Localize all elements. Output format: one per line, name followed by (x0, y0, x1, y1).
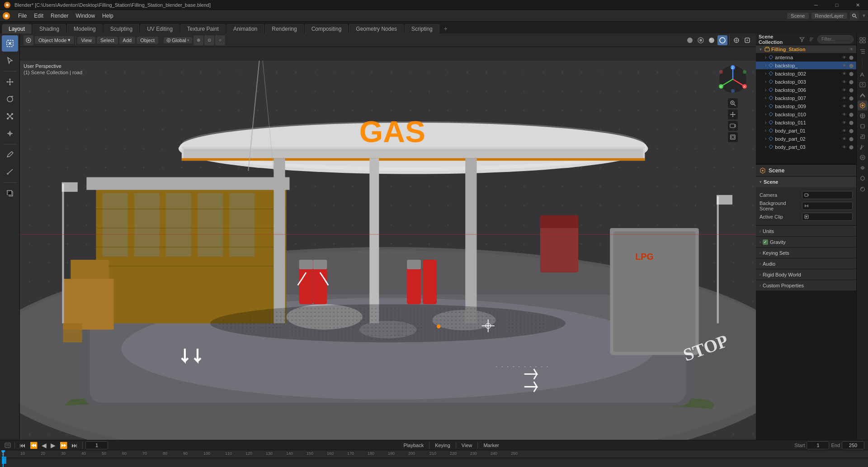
gizmo-toggle[interactable] (742, 35, 752, 45)
scale-tool[interactable] (2, 108, 18, 124)
snap-button[interactable]: ⊕ (193, 35, 203, 45)
object-props-icon[interactable] (858, 121, 868, 131)
navigation-gizmo[interactable]: Z X Y (717, 63, 749, 95)
output-props-icon[interactable] (858, 80, 868, 90)
tab-compositing[interactable]: Compositing (305, 24, 349, 33)
tab-layout[interactable]: Layout (2, 24, 32, 33)
outliner-item-backstop-009[interactable]: › backstop_009 👁 ⬤ (756, 102, 856, 110)
outliner-item-body-part-03[interactable]: › body_part_03 👁 ⬤ (756, 143, 856, 151)
blender-logo-menu[interactable] (2, 11, 11, 20)
visibility-toggle[interactable]: 👁 (848, 46, 854, 52)
active-clip-field[interactable] (802, 213, 853, 221)
item-visibility-12[interactable]: 👁 (841, 144, 847, 150)
outliner-item-backstop-007[interactable]: › backstop_007 👁 ⬤ (756, 94, 856, 102)
background-scene-field[interactable] (802, 202, 853, 210)
gravity-section[interactable]: › ✓ Gravity (756, 237, 856, 248)
play-forward[interactable]: ▶ (49, 442, 57, 449)
annotate-tool[interactable] (2, 147, 18, 163)
data-props-icon[interactable] (858, 173, 868, 183)
item-visibility-2[interactable]: 👁 (841, 62, 847, 69)
keying-sets-section[interactable]: › Keying Sets (756, 248, 856, 258)
move-tool[interactable] (2, 74, 18, 90)
outliner-item-antenna[interactable]: › antenna 👁 ⬤ (756, 53, 856, 62)
outliner-item-collection[interactable]: ▾ Filling_Station 👁 (756, 45, 856, 53)
close-button[interactable]: ✕ (847, 0, 868, 10)
menu-edit[interactable]: Edit (30, 12, 47, 20)
gravity-checkbox[interactable]: ✓ (763, 239, 768, 245)
tab-scripting[interactable]: Scripting (405, 24, 439, 33)
scene-section-header[interactable]: ▾ Scene (756, 176, 856, 187)
item-visibility-4[interactable]: 👁 (841, 79, 847, 85)
current-frame[interactable]: 1 (85, 441, 108, 449)
viewport-shading-material[interactable] (696, 35, 706, 45)
item-render-8[interactable]: ⬤ (848, 111, 854, 118)
item-visibility-3[interactable]: 👁 (841, 71, 847, 77)
item-visibility-11[interactable]: 👁 (841, 136, 847, 142)
outliner-item-backstop-003[interactable]: › backstop_003 👁 ⬤ (756, 78, 856, 86)
physics-props-icon[interactable] (858, 152, 868, 162)
tab-modeling[interactable]: Modeling (67, 24, 103, 33)
view-menu[interactable]: View (77, 37, 95, 44)
add-menu[interactable]: Add (119, 37, 136, 44)
item-visibility-9[interactable]: 👁 (841, 119, 847, 126)
step-back[interactable]: ⏪ (28, 442, 39, 449)
world-props-icon[interactable] (858, 111, 868, 121)
outliner-item-backstop-011[interactable]: › backstop_011 👁 ⬤ (756, 119, 856, 127)
tab-animation[interactable]: Animation (226, 24, 264, 33)
add-cube-tool[interactable] (2, 185, 18, 201)
units-section[interactable]: › Units (756, 226, 856, 237)
playback-menu[interactable]: Playback (401, 442, 427, 448)
tab-sculpting[interactable]: Sculpting (104, 24, 139, 33)
constraint-props-icon[interactable] (858, 163, 868, 173)
proportional-edit[interactable]: ⊙ (204, 35, 214, 45)
item-render-12[interactable]: ⬤ (848, 144, 854, 150)
timeline-body[interactable]: 1 10 20 30 40 50 60 70 80 90 100 110 120… (0, 450, 868, 467)
outliner-filter-icon[interactable] (798, 35, 806, 43)
item-render-5[interactable]: ⬤ (848, 87, 854, 93)
timeline-editor-icon[interactable] (4, 441, 12, 449)
object-menu[interactable]: Object (137, 37, 158, 44)
item-render-6[interactable]: ⬤ (848, 95, 854, 101)
audio-section[interactable]: › Audio (756, 258, 856, 269)
header-filter[interactable]: ▼ (862, 13, 866, 18)
scene-props-icon-btn[interactable] (858, 100, 868, 110)
measure-tool[interactable] (2, 164, 18, 180)
zoom-in-button[interactable] (728, 98, 738, 108)
render-props-icon[interactable] (858, 69, 868, 79)
menu-render[interactable]: Render (47, 12, 72, 20)
select-tool[interactable] (2, 35, 18, 52)
item-visibility-8[interactable]: 👁 (841, 111, 847, 118)
item-visibility-5[interactable]: 👁 (841, 87, 847, 93)
item-visibility[interactable]: 👁 (841, 54, 847, 61)
item-render-10[interactable]: ⬤ (848, 128, 854, 134)
camera-view-button[interactable] (728, 121, 738, 131)
item-render[interactable]: ⬤ (848, 54, 854, 61)
select-menu[interactable]: Select (97, 37, 118, 44)
menu-window[interactable]: Window (72, 12, 99, 20)
properties-editor-icon[interactable] (858, 35, 868, 45)
outliner-item-body-part-01[interactable]: › body_part_01 👁 ⬤ (756, 127, 856, 135)
add-workspace-button[interactable]: + (440, 24, 451, 33)
tab-rendering[interactable]: Rendering (265, 24, 303, 33)
rigid-body-world-section[interactable]: › Rigid Body World (756, 269, 856, 280)
tab-texture-paint[interactable]: Texture Paint (180, 24, 226, 33)
viewport-shading-wireframe[interactable] (717, 35, 727, 45)
timeline-track[interactable] (0, 457, 868, 459)
item-render-4[interactable]: ⬤ (848, 79, 854, 85)
outliner-item-backstop-002[interactable]: › backstop_002 👁 ⬤ (756, 70, 856, 78)
transform-tool[interactable] (2, 125, 18, 142)
outliner-item-backstop-006[interactable]: › backstop_006 👁 ⬤ (756, 86, 856, 94)
render-layer-selector[interactable]: RenderLayer (811, 13, 848, 19)
keying-menu[interactable]: Keying (432, 442, 453, 448)
material-props-icon[interactable] (858, 184, 868, 194)
viewport-mode-icon[interactable] (24, 35, 33, 45)
jump-to-end[interactable]: ⏭ (70, 442, 80, 449)
viewport-shading-solid[interactable] (707, 35, 717, 45)
outliner-editor-icon[interactable] (858, 47, 868, 57)
viewport-3d[interactable]: Object Mode ▾ View Select Add Object Glo… (20, 33, 756, 440)
outliner-search[interactable] (817, 35, 854, 43)
item-visibility-7[interactable]: 👁 (841, 103, 847, 110)
object-mode-dropdown[interactable]: Object Mode ▾ (35, 36, 74, 44)
outliner-sort-icon[interactable] (807, 35, 816, 43)
item-render-2[interactable]: ⬤ (848, 62, 854, 69)
